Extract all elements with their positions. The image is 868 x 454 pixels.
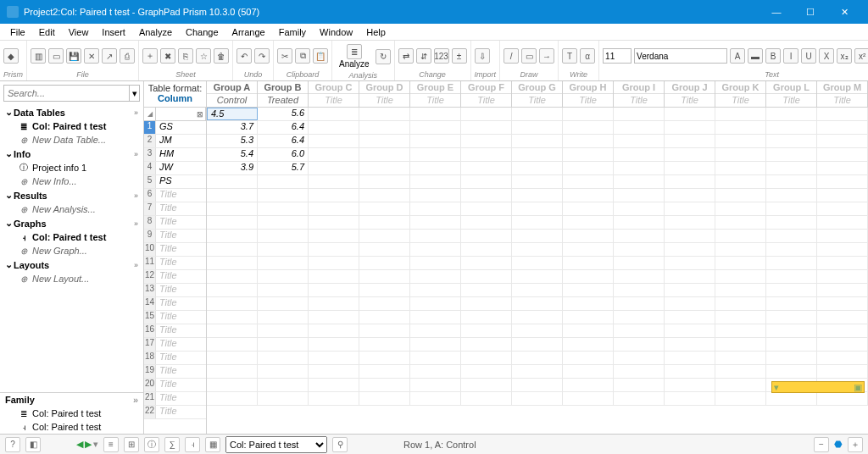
cell[interactable]: [766, 175, 817, 188]
row-label[interactable]: Title: [156, 230, 206, 242]
cell[interactable]: [665, 257, 715, 269]
cell[interactable]: [258, 338, 309, 351]
close-column-icon[interactable]: ⊠: [194, 108, 206, 120]
cell[interactable]: [614, 189, 665, 202]
cell[interactable]: [715, 148, 766, 161]
cell[interactable]: [207, 379, 258, 391]
row-header[interactable]: 17Title: [144, 338, 206, 352]
cell[interactable]: [563, 365, 614, 378]
cell[interactable]: [817, 230, 868, 242]
cell[interactable]: 5.4: [207, 148, 258, 161]
nav-item[interactable]: ⊕New Layout...: [0, 272, 143, 285]
nav-item[interactable]: ⊕New Graph...: [0, 244, 143, 257]
cell[interactable]: [309, 379, 359, 391]
cell[interactable]: [766, 284, 817, 296]
row-label[interactable]: Title: [156, 379, 206, 391]
cell[interactable]: [309, 338, 359, 351]
cell[interactable]: [359, 135, 410, 147]
cell[interactable]: [512, 108, 563, 120]
menu-window[interactable]: Window: [313, 25, 359, 39]
cell[interactable]: [766, 338, 817, 351]
cell[interactable]: [614, 202, 665, 215]
cell[interactable]: [766, 365, 817, 378]
cell[interactable]: [766, 270, 817, 283]
cell[interactable]: [614, 338, 665, 351]
cell[interactable]: [563, 379, 614, 391]
cell[interactable]: [410, 121, 461, 134]
cell[interactable]: [715, 311, 766, 324]
cell[interactable]: [817, 352, 868, 364]
view-info-icon[interactable]: ⓘ: [144, 437, 159, 452]
cell[interactable]: [512, 135, 563, 147]
cell[interactable]: [410, 270, 461, 283]
row-label[interactable]: Title: [156, 243, 206, 256]
row-label[interactable]: Title: [156, 202, 206, 215]
cell[interactable]: [258, 392, 309, 405]
row-label[interactable]: Title: [156, 284, 206, 296]
cell[interactable]: [410, 379, 461, 391]
row-label[interactable]: Title: [156, 406, 206, 418]
cell[interactable]: [563, 311, 614, 324]
cell[interactable]: [461, 365, 512, 378]
cell[interactable]: [766, 216, 817, 229]
cell[interactable]: [461, 216, 512, 229]
row-header[interactable]: 7Title: [144, 202, 206, 216]
cell[interactable]: [614, 311, 665, 324]
cell[interactable]: [665, 284, 715, 296]
cell[interactable]: [258, 202, 309, 215]
nav-item[interactable]: ⫞Col: Paired t test: [0, 230, 143, 244]
cell[interactable]: [258, 297, 309, 310]
cell[interactable]: [614, 148, 665, 161]
row-header[interactable]: 14Title: [144, 297, 206, 311]
cell[interactable]: [207, 243, 258, 256]
cells-area[interactable]: 4.55.63.76.45.36.45.46.03.95.7: [207, 108, 868, 434]
nav-header-results[interactable]: ⌄Results»: [0, 188, 143, 202]
cell[interactable]: [309, 135, 359, 147]
nav-item[interactable]: ⊕New Data Table...: [0, 133, 143, 147]
cell[interactable]: [665, 270, 715, 283]
cell[interactable]: [512, 365, 563, 378]
column-header[interactable]: Group GTitle: [512, 81, 563, 107]
cell[interactable]: [614, 216, 665, 229]
column-header[interactable]: Group AControl: [207, 81, 258, 107]
cell[interactable]: [614, 365, 665, 378]
cell[interactable]: [715, 284, 766, 296]
print-file-icon[interactable]: ⎙: [120, 48, 135, 64]
cell[interactable]: [359, 297, 410, 310]
column-header[interactable]: Group ETitle: [410, 81, 461, 107]
cell[interactable]: [512, 189, 563, 202]
cell[interactable]: [410, 243, 461, 256]
cell[interactable]: [309, 311, 359, 324]
cell[interactable]: [817, 365, 868, 378]
highlight-icon[interactable]: ▬: [748, 48, 763, 64]
cell[interactable]: [766, 297, 817, 310]
open-file-icon[interactable]: ▭: [48, 48, 64, 64]
row-header[interactable]: 10Title: [144, 243, 206, 257]
close-file-icon[interactable]: ✕: [84, 48, 99, 64]
cell[interactable]: [563, 216, 614, 229]
cell[interactable]: [563, 338, 614, 351]
row-label[interactable]: Title: [156, 352, 206, 364]
cell[interactable]: [461, 162, 512, 174]
cell[interactable]: [512, 324, 563, 337]
cell[interactable]: [512, 175, 563, 188]
cell[interactable]: [512, 270, 563, 283]
cell[interactable]: 6.4: [258, 121, 309, 134]
cell[interactable]: [309, 148, 359, 161]
cell[interactable]: [309, 243, 359, 256]
cell[interactable]: [512, 257, 563, 269]
cell[interactable]: [359, 148, 410, 161]
cell[interactable]: [766, 392, 817, 405]
cell[interactable]: [410, 148, 461, 161]
cell[interactable]: [817, 202, 868, 215]
cell[interactable]: [461, 284, 512, 296]
cell[interactable]: [715, 270, 766, 283]
row-header[interactable]: 16Title: [144, 324, 206, 338]
row-label[interactable]: Title: [156, 297, 206, 310]
underline-icon[interactable]: U: [801, 48, 816, 64]
next-sheet-button[interactable]: ▶: [85, 439, 92, 450]
line-icon[interactable]: /: [504, 48, 519, 64]
column-header[interactable]: Group ITitle: [614, 81, 665, 107]
cell[interactable]: [512, 311, 563, 324]
cell[interactable]: [665, 230, 715, 242]
